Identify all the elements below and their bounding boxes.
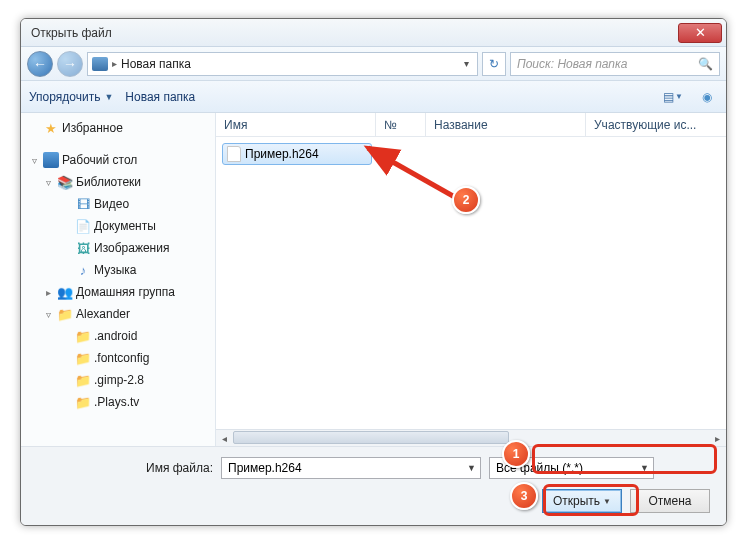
- step-3-badge: 3: [510, 482, 538, 510]
- tree-user[interactable]: ▿📁Alexander: [21, 303, 215, 325]
- tree-folder[interactable]: 📁.fontconfig: [21, 347, 215, 369]
- step-1-badge: 1: [502, 440, 530, 468]
- search-placeholder: Поиск: Новая папка: [517, 57, 627, 71]
- tree-homegroup[interactable]: ▸👥Домашняя группа: [21, 281, 215, 303]
- filename-input[interactable]: Пример.h264 ▼: [221, 457, 481, 479]
- split-arrow-icon[interactable]: ▼: [603, 497, 611, 506]
- scroll-left-button[interactable]: ◂: [216, 430, 233, 447]
- breadcrumb-bar[interactable]: ▸ Новая папка ▾: [87, 52, 478, 76]
- new-folder-button[interactable]: Новая папка: [125, 90, 195, 104]
- step-2-badge: 2: [452, 186, 480, 214]
- chevron-right-icon[interactable]: ▸: [112, 58, 117, 69]
- col-name[interactable]: Имя: [216, 113, 376, 136]
- folder-tree[interactable]: ★Избранное ▿Рабочий стол ▿📚Библиотеки 🎞В…: [21, 113, 216, 446]
- tree-desktop[interactable]: ▿Рабочий стол: [21, 149, 215, 171]
- open-button[interactable]: Открыть ▼: [542, 489, 622, 513]
- horizontal-scrollbar[interactable]: ◂ ▸: [216, 429, 726, 446]
- view-options-button[interactable]: ▤▼: [662, 86, 684, 108]
- forward-button[interactable]: →: [57, 51, 83, 77]
- content-area: ★Избранное ▿Рабочий стол ▿📚Библиотеки 🎞В…: [21, 113, 726, 446]
- help-button[interactable]: ◉: [696, 86, 718, 108]
- search-icon: 🔍: [698, 57, 713, 71]
- chevron-down-icon[interactable]: ▼: [640, 463, 649, 473]
- cancel-button[interactable]: Отмена: [630, 489, 710, 513]
- toolbar: Упорядочить ▼ Новая папка ▤▼ ◉: [21, 81, 726, 113]
- nav-bar: ← → ▸ Новая папка ▾ ↻ Поиск: Новая папка…: [21, 47, 726, 81]
- tree-favorites[interactable]: ★Избранное: [21, 117, 215, 139]
- window-title: Открыть файл: [31, 26, 678, 40]
- file-pane: Имя № Название Участвующие ис... Пример.…: [216, 113, 726, 446]
- tree-folder[interactable]: 📁.Plays.tv: [21, 391, 215, 413]
- back-button[interactable]: ←: [27, 51, 53, 77]
- tree-videos[interactable]: 🎞Видео: [21, 193, 215, 215]
- file-list[interactable]: Пример.h264: [216, 137, 726, 429]
- organize-menu[interactable]: Упорядочить ▼: [29, 90, 113, 104]
- scroll-thumb[interactable]: [233, 431, 509, 444]
- filename-label: Имя файла:: [33, 461, 213, 475]
- col-participants[interactable]: Участвующие ис...: [586, 113, 726, 136]
- col-title[interactable]: Название: [426, 113, 586, 136]
- tree-libraries[interactable]: ▿📚Библиотеки: [21, 171, 215, 193]
- chevron-down-icon[interactable]: ▼: [467, 463, 476, 473]
- dialog-footer: Имя файла: Пример.h264 ▼ Все файлы (*.*)…: [21, 446, 726, 525]
- computer-icon: [92, 57, 108, 71]
- tree-music[interactable]: ♪Музыка: [21, 259, 215, 281]
- close-button[interactable]: ✕: [678, 23, 722, 43]
- breadcrumb-folder[interactable]: Новая папка: [121, 57, 191, 71]
- col-number[interactable]: №: [376, 113, 426, 136]
- titlebar[interactable]: Открыть файл ✕: [21, 19, 726, 47]
- file-name: Пример.h264: [245, 147, 319, 161]
- column-headers[interactable]: Имя № Название Участвующие ис...: [216, 113, 726, 137]
- tree-images[interactable]: 🖼Изображения: [21, 237, 215, 259]
- open-file-dialog: Открыть файл ✕ ← → ▸ Новая папка ▾ ↻ Пои…: [20, 18, 727, 526]
- file-icon: [227, 146, 241, 162]
- tree-documents[interactable]: 📄Документы: [21, 215, 215, 237]
- tree-folder[interactable]: 📁.android: [21, 325, 215, 347]
- scroll-track[interactable]: [233, 430, 709, 446]
- file-item-selected[interactable]: Пример.h264: [222, 143, 372, 165]
- scroll-right-button[interactable]: ▸: [709, 430, 726, 447]
- search-input[interactable]: Поиск: Новая папка 🔍: [510, 52, 720, 76]
- breadcrumb-dropdown[interactable]: ▾: [460, 58, 473, 69]
- chevron-down-icon: ▼: [104, 92, 113, 102]
- refresh-button[interactable]: ↻: [482, 52, 506, 76]
- tree-folder[interactable]: 📁.gimp-2.8: [21, 369, 215, 391]
